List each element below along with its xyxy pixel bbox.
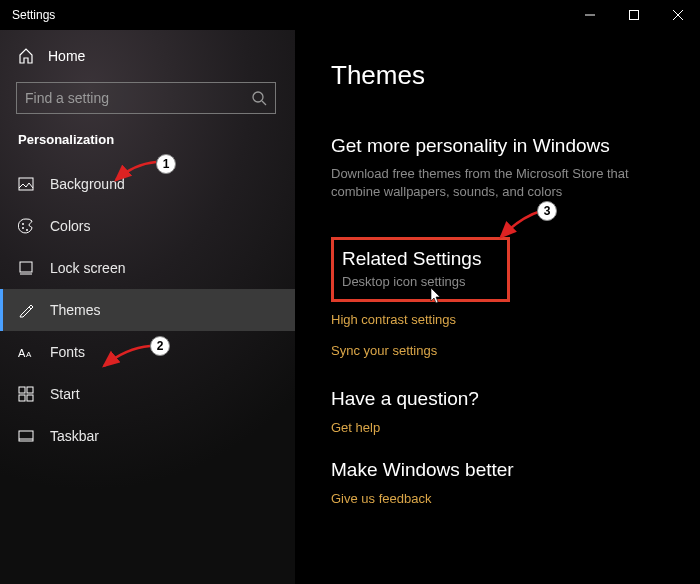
svg-rect-16 <box>19 395 25 401</box>
svg-text:A: A <box>18 347 26 359</box>
window-title: Settings <box>0 8 55 22</box>
sidebar-item-colors[interactable]: Colors <box>0 205 295 247</box>
start-icon <box>18 386 34 402</box>
section-subtext-more: Download free themes from the Microsoft … <box>331 165 661 201</box>
section-heading-better: Make Windows better <box>331 459 700 481</box>
link-sync-your-settings[interactable]: Sync your settings <box>331 343 700 358</box>
section-heading-related: Related Settings <box>342 248 481 270</box>
fonts-icon: AA <box>18 344 34 360</box>
annotation-badge-1: 1 <box>156 154 176 174</box>
search-icon <box>251 90 267 106</box>
cursor-icon <box>428 287 444 305</box>
themes-icon <box>18 302 34 318</box>
sidebar-item-label: Lock screen <box>50 260 125 276</box>
main-content: Themes Get more personality in Windows D… <box>295 30 700 584</box>
sidebar-item-label: Fonts <box>50 344 85 360</box>
annotation-badge-3: 3 <box>537 201 557 221</box>
sidebar-item-label: Start <box>50 386 80 402</box>
svg-point-4 <box>253 92 263 102</box>
palette-icon <box>18 218 34 234</box>
section-heading-more: Get more personality in Windows <box>331 135 700 157</box>
sidebar-item-label: Themes <box>50 302 101 318</box>
sidebar-item-label: Colors <box>50 218 90 234</box>
link-get-help[interactable]: Get help <box>331 420 700 435</box>
sidebar-item-lockscreen[interactable]: Lock screen <box>0 247 295 289</box>
home-label: Home <box>48 48 85 64</box>
svg-rect-14 <box>19 387 25 393</box>
taskbar-icon <box>18 428 34 444</box>
category-heading: Personalization <box>0 122 295 157</box>
maximize-button[interactable] <box>612 0 656 30</box>
home-icon <box>18 48 34 64</box>
titlebar: Settings <box>0 0 700 30</box>
svg-rect-6 <box>19 178 33 190</box>
svg-point-8 <box>22 227 24 229</box>
link-give-feedback[interactable]: Give us feedback <box>331 491 700 506</box>
annotation-arrow-3 <box>497 209 543 241</box>
link-desktop-icon-settings[interactable]: Desktop icon settings <box>342 274 481 289</box>
svg-line-5 <box>262 101 266 105</box>
sidebar: Home Find a setting Personalization Back… <box>0 30 295 584</box>
svg-rect-10 <box>20 262 32 272</box>
sidebar-item-label: Taskbar <box>50 428 99 444</box>
lockscreen-icon <box>18 260 34 276</box>
sidebar-item-themes[interactable]: Themes <box>0 289 295 331</box>
annotation-badge-2: 2 <box>150 336 170 356</box>
close-button[interactable] <box>656 0 700 30</box>
section-heading-question: Have a question? <box>331 388 700 410</box>
annotation-arrow-1 <box>112 158 158 184</box>
svg-rect-17 <box>27 395 33 401</box>
minimize-button[interactable] <box>568 0 612 30</box>
highlight-related-settings: Related Settings Desktop icon settings <box>331 237 510 302</box>
svg-rect-15 <box>27 387 33 393</box>
svg-text:A: A <box>26 350 32 359</box>
search-input[interactable]: Find a setting <box>16 82 276 114</box>
svg-point-9 <box>26 229 28 231</box>
sidebar-item-taskbar[interactable]: Taskbar <box>0 415 295 457</box>
home-button[interactable]: Home <box>0 36 295 76</box>
annotation-arrow-2 <box>100 342 152 370</box>
svg-point-7 <box>22 223 24 225</box>
svg-rect-1 <box>630 11 639 20</box>
search-placeholder: Find a setting <box>25 90 251 106</box>
sidebar-item-start[interactable]: Start <box>0 373 295 415</box>
page-title: Themes <box>331 60 700 91</box>
link-high-contrast-settings[interactable]: High contrast settings <box>331 312 700 327</box>
picture-icon <box>18 176 34 192</box>
